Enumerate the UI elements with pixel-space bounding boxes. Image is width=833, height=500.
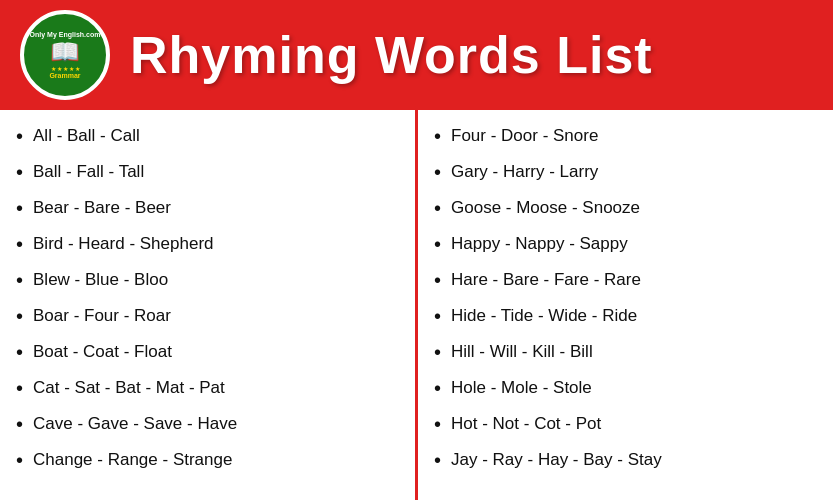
list-item: Hare - Bare - Fare - Rare <box>434 262 817 298</box>
list-item: Bear - Bare - Beer <box>16 190 399 226</box>
page-title: Rhyming Words List <box>130 25 653 85</box>
right-column: Four - Door - SnoreGary - Harry - LarryG… <box>418 110 833 500</box>
page-header: Only My English.com 📖 ★ ★ ★ ★ ★ Grammar … <box>0 0 833 110</box>
book-icon: 📖 <box>50 40 80 64</box>
list-item: Boar - Four - Roar <box>16 298 399 334</box>
list-item: All - Ball - Call <box>16 118 399 154</box>
list-item: Hot - Not - Cot - Pot <box>434 406 817 442</box>
list-item: Jay - Ray - Hay - Bay - Stay <box>434 442 817 478</box>
list-item: Hill - Will - Kill - Bill <box>434 334 817 370</box>
list-item: Blew - Blue - Bloo <box>16 262 399 298</box>
left-column: All - Ball - CallBall - Fall - TallBear … <box>0 110 418 500</box>
list-item: Ball - Fall - Tall <box>16 154 399 190</box>
list-item: Hole - Mole - Stole <box>434 370 817 406</box>
right-word-list: Four - Door - SnoreGary - Harry - LarryG… <box>434 118 817 478</box>
logo-bottom-text: Grammar <box>49 72 80 79</box>
list-item: Cat - Sat - Bat - Mat - Pat <box>16 370 399 406</box>
list-item: Boat - Coat - Float <box>16 334 399 370</box>
content-area: All - Ball - CallBall - Fall - TallBear … <box>0 110 833 500</box>
list-item: Change - Range - Strange <box>16 442 399 478</box>
list-item: Gary - Harry - Larry <box>434 154 817 190</box>
list-item: Goose - Moose - Snooze <box>434 190 817 226</box>
list-item: Happy - Nappy - Sappy <box>434 226 817 262</box>
list-item: Hide - Tide - Wide - Ride <box>434 298 817 334</box>
logo-stars: ★ ★ ★ ★ ★ <box>51 65 80 72</box>
list-item: Bird - Heard - Shepherd <box>16 226 399 262</box>
logo: Only My English.com 📖 ★ ★ ★ ★ ★ Grammar <box>20 10 110 100</box>
list-item: Four - Door - Snore <box>434 118 817 154</box>
left-word-list: All - Ball - CallBall - Fall - TallBear … <box>16 118 399 478</box>
list-item: Cave - Gave - Save - Have <box>16 406 399 442</box>
